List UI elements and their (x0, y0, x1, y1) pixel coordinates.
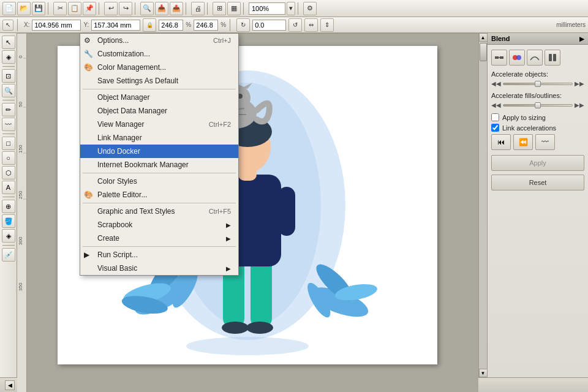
menu-item-color-mgmt[interactable]: 🎨 Color Management... (80, 61, 238, 74)
tools-dropdown-menu: ⚙ Options... Ctrl+J 🔧 Customization... 🎨… (80, 33, 239, 276)
menu-item-options[interactable]: ⚙ Options... Ctrl+J (80, 34, 238, 47)
menu-item-save-settings[interactable]: Save Settings As Default (80, 74, 238, 88)
vb-arrow: ▶ (226, 265, 231, 272)
menu-item-create[interactable]: Create ▶ (80, 232, 238, 245)
menu-item-object-manager[interactable]: Object Manager (80, 91, 238, 104)
menu-sep3 (83, 203, 236, 203)
menu-item-visual-basic[interactable]: Visual Basic ▶ (80, 262, 238, 275)
scrapbook-arrow: ▶ (226, 222, 231, 228)
customization-icon: 🔧 (84, 50, 93, 58)
options-icon: ⚙ (84, 36, 91, 45)
menu-item-run-script[interactable]: ▶ Run Script... (80, 248, 238, 262)
color-mgmt-icon: 🎨 (84, 63, 93, 72)
menu-item-link-manager[interactable]: Link Manager (80, 131, 238, 145)
menu-sep1 (83, 89, 236, 89)
menu-item-graphic-text[interactable]: Graphic and Text Styles Ctrl+F5 (80, 205, 238, 218)
palette-icon: 🎨 (84, 190, 93, 199)
menu-item-customization[interactable]: 🔧 Customization... (80, 47, 238, 61)
create-arrow: ▶ (226, 235, 231, 242)
menu-overlay[interactable]: ⚙ Options... Ctrl+J 🔧 Customization... 🎨… (0, 0, 588, 392)
menu-item-object-data[interactable]: Object Data Manager (80, 104, 238, 118)
menu-sep2 (83, 173, 236, 173)
menu-item-view-manager[interactable]: View Manager Ctrl+F2 (80, 118, 238, 131)
run-script-icon: ▶ (84, 251, 89, 259)
menu-item-internet-bookmark[interactable]: Internet Bookmark Manager (80, 158, 238, 172)
menu-item-undo-docker[interactable]: Undo Docker (80, 145, 238, 158)
menu-item-scrapbook[interactable]: Scrapbook ▶ (80, 218, 238, 232)
menu-sep4 (83, 246, 236, 247)
menu-item-color-styles[interactable]: Color Styles (80, 175, 238, 188)
menu-item-palette-editor[interactable]: 🎨 Palette Editor... (80, 188, 238, 202)
